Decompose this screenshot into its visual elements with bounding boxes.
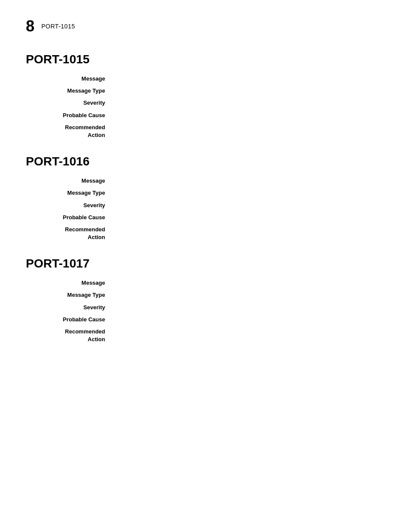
field-value-port-1016-3 — [112, 214, 385, 221]
field-value-port-1015-2 — [112, 99, 385, 107]
field-value-port-1015-3 — [112, 112, 385, 119]
field-row-port-1016-2: Severity — [26, 202, 385, 209]
field-value-port-1017-3 — [112, 316, 385, 324]
field-row-port-1017-0: Message — [26, 279, 385, 287]
field-label-port-1017-1: Message Type — [26, 291, 112, 299]
field-row-port-1017-1: Message Type — [26, 291, 385, 299]
field-row-port-1016-0: Message — [26, 177, 385, 185]
field-label-port-1016-0: Message — [26, 177, 112, 185]
field-row-port-1017-3: Probable Cause — [26, 316, 385, 324]
header-title: PORT-1015 — [41, 23, 75, 30]
field-value-port-1017-1 — [112, 291, 385, 299]
section-title-port-1017: PORT-1017 — [26, 257, 385, 271]
sections-container: PORT-1015MessageMessage TypeSeverityProb… — [26, 53, 385, 343]
field-label-port-1015-3: Probable Cause — [26, 112, 112, 119]
field-row-port-1015-1: Message Type — [26, 87, 385, 95]
section-port-1016: PORT-1016MessageMessage TypeSeverityProb… — [26, 155, 385, 241]
section-port-1017: PORT-1017MessageMessage TypeSeverityProb… — [26, 257, 385, 343]
field-row-port-1016-3: Probable Cause — [26, 214, 385, 221]
section-title-port-1015: PORT-1015 — [26, 53, 385, 66]
field-value-port-1015-0 — [112, 75, 385, 83]
field-row-port-1016-4: RecommendedAction — [26, 226, 385, 241]
field-row-port-1017-2: Severity — [26, 304, 385, 311]
field-label-port-1015-2: Severity — [26, 99, 112, 107]
field-label-port-1016-4: RecommendedAction — [26, 226, 112, 241]
field-value-port-1017-4 — [112, 328, 385, 343]
field-value-port-1016-0 — [112, 177, 385, 185]
field-label-port-1016-2: Severity — [26, 202, 112, 209]
field-label-port-1016-3: Probable Cause — [26, 214, 112, 221]
page-number: 8 — [26, 17, 34, 35]
field-label-port-1017-3: Probable Cause — [26, 316, 112, 324]
field-value-port-1017-0 — [112, 279, 385, 287]
field-label-port-1017-4: RecommendedAction — [26, 328, 112, 343]
section-title-port-1016: PORT-1016 — [26, 155, 385, 168]
field-label-port-1015-4: RecommendedAction — [26, 124, 112, 139]
field-label-port-1017-2: Severity — [26, 304, 112, 311]
field-row-port-1016-1: Message Type — [26, 189, 385, 197]
field-row-port-1015-3: Probable Cause — [26, 112, 385, 119]
field-value-port-1016-4 — [112, 226, 385, 241]
section-port-1015: PORT-1015MessageMessage TypeSeverityProb… — [26, 53, 385, 139]
field-label-port-1015-1: Message Type — [26, 87, 112, 95]
field-label-port-1017-0: Message — [26, 279, 112, 287]
field-label-port-1016-1: Message Type — [26, 189, 112, 197]
field-row-port-1017-4: RecommendedAction — [26, 328, 385, 343]
field-row-port-1015-4: RecommendedAction — [26, 124, 385, 139]
field-value-port-1015-1 — [112, 87, 385, 95]
field-value-port-1015-4 — [112, 124, 385, 139]
field-row-port-1015-0: Message — [26, 75, 385, 83]
field-value-port-1016-2 — [112, 202, 385, 209]
field-value-port-1016-1 — [112, 189, 385, 197]
field-value-port-1017-2 — [112, 304, 385, 311]
field-row-port-1015-2: Severity — [26, 99, 385, 107]
page-header: 8 PORT-1015 — [26, 17, 385, 35]
field-label-port-1015-0: Message — [26, 75, 112, 83]
